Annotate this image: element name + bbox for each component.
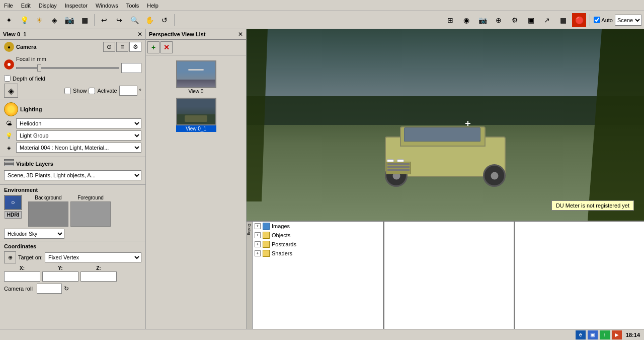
target-dropdown[interactable]: Fixed Vertex <box>45 252 141 262</box>
menu-edit[interactable]: Edit <box>17 2 35 10</box>
bottom-panel-toggle[interactable]: Dialog <box>247 222 253 329</box>
target-icon[interactable]: ⊕ <box>4 251 16 263</box>
shaders-folder-icon <box>263 250 270 257</box>
activate-label: Activate <box>97 88 117 94</box>
tool-r4[interactable]: ⊕ <box>492 13 506 27</box>
tool-r1[interactable]: ⊞ <box>443 13 457 27</box>
tool-zoom[interactable]: 🔍 <box>127 13 141 27</box>
view-item-0[interactable]: View 0 <box>176 60 216 95</box>
taskbar-icon-4[interactable]: ▶ <box>612 330 622 339</box>
expand-shaders[interactable]: + <box>255 250 261 256</box>
scene-dropdown[interactable]: Scene <box>615 15 642 26</box>
show-checkbox[interactable] <box>64 88 71 94</box>
focal-input[interactable]: 37 <box>121 63 141 73</box>
camera-3d-icon[interactable]: ◈ <box>4 84 18 98</box>
camera-roll-arrow[interactable]: ↻ <box>64 285 69 292</box>
add-view-button[interactable]: + <box>147 41 159 53</box>
taskbar-icon-1[interactable]: e <box>576 330 586 339</box>
camera-tab-2[interactable]: ≡ <box>116 42 128 52</box>
depth-of-field-checkbox[interactable] <box>4 75 11 82</box>
left-panel-close[interactable]: ✕ <box>137 31 142 38</box>
menu-display[interactable]: Display <box>35 2 61 10</box>
tool-r7[interactable]: ↗ <box>540 13 554 27</box>
heliodon-dropdown[interactable]: Heliodon <box>16 118 141 128</box>
menu-tools[interactable]: Tools <box>122 2 143 10</box>
environment-label: Environment <box>4 187 38 193</box>
taskbar-icon-3[interactable]: ↑ <box>600 330 610 339</box>
objects-label: Objects <box>272 232 290 238</box>
tool-r6[interactable]: ▣ <box>524 13 538 27</box>
coordinates-label: Coordinates <box>4 243 36 249</box>
light-group-dropdown[interactable]: Light Group <box>16 130 141 141</box>
tool-r8[interactable]: ▦ <box>556 13 570 27</box>
expand-objects[interactable]: + <box>255 232 261 238</box>
hdri-preview[interactable]: ⊙ <box>4 195 22 210</box>
tool-object[interactable]: ◈ <box>47 13 61 27</box>
camera-roll-label: Camera roll <box>4 286 33 292</box>
camera-tab-1[interactable]: ⊙ <box>103 42 115 52</box>
background-box[interactable] <box>28 201 68 227</box>
menu-inspector[interactable]: Inspector <box>61 2 92 10</box>
focal-section: Focal in mm 37 Depth of field <box>0 54 145 100</box>
tree-item-postcards[interactable]: + Postcards <box>253 240 383 249</box>
camera-icon: ● <box>4 42 14 52</box>
right-area: DU Meter is not registered yet Dialog + … <box>247 29 644 329</box>
z-input[interactable]: 9.34 cm <box>80 271 117 282</box>
material-dropdown[interactable]: Material.004 : Neon Light, Material... <box>16 143 141 153</box>
x-input[interactable]: -18.35 cm <box>4 271 40 282</box>
view-list: View 0 View 0_1 <box>146 55 246 329</box>
target-row: ⊕ Target on: Fixed Vertex <box>4 251 141 263</box>
tool-r9[interactable]: 🔴 <box>572 13 586 27</box>
menu-windows[interactable]: Windows <box>92 2 122 10</box>
camera-roll-input[interactable]: 0.00 <box>37 284 62 294</box>
x-label: X: <box>20 265 25 271</box>
y-input[interactable]: 57.92 cm <box>42 271 78 282</box>
tool-sun[interactable]: ☀ <box>32 13 46 27</box>
tool-undo[interactable]: ↩ <box>97 13 111 27</box>
separator-2 <box>174 14 175 26</box>
y-label: Y: <box>58 265 62 271</box>
hdri-button[interactable]: HDRI <box>5 211 22 219</box>
layers-dropdown-row: Scene, 3D Plants, Light objects, A... <box>4 170 141 180</box>
taskbar-icon-2[interactable]: ▣ <box>588 330 598 339</box>
tool-pan[interactable]: ✋ <box>142 13 156 27</box>
foreground-box[interactable] <box>70 201 111 227</box>
tool-camera[interactable]: 📷 <box>62 13 76 27</box>
auto-checkbox[interactable] <box>594 17 600 23</box>
tool-r3[interactable]: 📷 <box>475 13 490 27</box>
tool-render[interactable]: ▦ <box>77 13 92 27</box>
tree-item-shaders[interactable]: + Shaders <box>253 249 383 258</box>
rotation-input[interactable]: 0 <box>119 86 137 96</box>
tool-redo[interactable]: ↪ <box>112 13 126 27</box>
remove-view-button[interactable]: ✕ <box>160 41 173 53</box>
pv-toolbar: + ✕ <box>146 40 246 55</box>
viewport-3d[interactable]: DU Meter is not registered yet <box>247 29 644 221</box>
material-row: ◈ Material.004 : Neon Light, Material... <box>4 143 141 153</box>
menu-help[interactable]: Help <box>143 2 163 10</box>
foreground-label: Foreground <box>70 195 111 200</box>
environment-section: Environment ⊙ HDRI Background Fore <box>0 184 145 241</box>
du-meter-tooltip: DU Meter is not registered yet <box>551 200 634 211</box>
activate-checkbox[interactable] <box>89 88 95 94</box>
tool-reset[interactable]: ↺ <box>157 13 172 27</box>
target-on-label: Target on: <box>18 254 43 260</box>
focal-slider[interactable] <box>16 67 119 69</box>
expand-images[interactable]: + <box>255 223 261 229</box>
cursor-position <box>465 121 470 126</box>
tool-select[interactable]: ✦ <box>2 13 16 27</box>
visible-layers-header: Visible Layers <box>4 159 141 168</box>
tool-r5[interactable]: ⚙ <box>508 13 522 27</box>
tool-r2[interactable]: ◉ <box>459 13 473 27</box>
menu-file[interactable]: File <box>0 2 17 10</box>
file-browser-panel: + Images + Objects + Postcards + <box>253 222 383 329</box>
perspective-panel-close[interactable]: ✕ <box>238 31 243 38</box>
view-item-1[interactable]: View 0_1 <box>176 98 216 132</box>
tool-light[interactable]: 💡 <box>17 13 31 27</box>
layers-dropdown[interactable]: Scene, 3D Plants, Light objects, A... <box>4 170 141 180</box>
expand-postcards[interactable]: + <box>255 241 261 247</box>
camera-tab-settings[interactable]: ⚙ <box>129 42 141 52</box>
tree-item-objects[interactable]: + Objects <box>253 231 383 240</box>
tree-item-images[interactable]: + Images <box>253 222 383 231</box>
visible-layers-section: Visible Layers Scene, 3D Plants, Light o… <box>0 157 145 184</box>
sky-dropdown[interactable]: Heliodon Sky <box>4 229 64 239</box>
